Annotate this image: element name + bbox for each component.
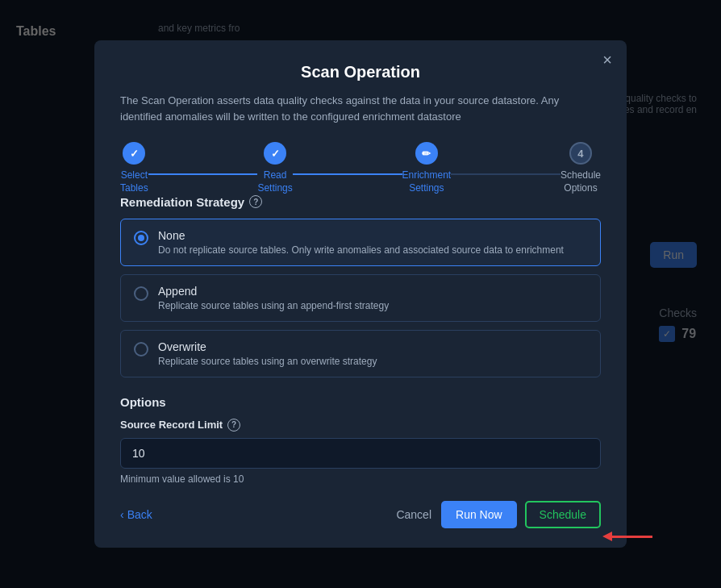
step-circle-2: ✓	[264, 142, 286, 165]
step-schedule-options: 4 ScheduleOptions	[561, 142, 601, 194]
step-circle-4: 4	[569, 142, 592, 165]
connector-1-2	[148, 173, 258, 175]
step-label-4: ScheduleOptions	[561, 169, 601, 194]
radio-content-append: Append Replicate source tables using an …	[158, 285, 389, 311]
connector-2-3	[293, 173, 402, 175]
connector-3-4	[451, 173, 561, 175]
modal-description: The Scan Operation asserts data quality …	[120, 93, 601, 124]
schedule-button[interactable]: Schedule	[525, 501, 601, 528]
source-record-limit-label-text: Source Record Limit	[120, 419, 223, 431]
arrow-head	[602, 532, 612, 541]
radio-content-none: None Do not replicate source tables. Onl…	[158, 229, 564, 256]
remediation-heading: Remediation Strategy ?	[120, 195, 601, 209]
radio-option-append[interactable]: Append Replicate source tables using an …	[120, 274, 601, 322]
options-heading-text: Options	[120, 395, 166, 409]
radio-circle-none	[134, 231, 148, 245]
radio-circle-overwrite	[134, 342, 148, 357]
remediation-heading-text: Remediation Strategy	[120, 195, 244, 209]
step-checkmark-3: ✏	[422, 148, 431, 160]
step-checkmark-1: ✓	[130, 148, 139, 160]
source-record-limit-input[interactable]	[120, 438, 601, 469]
radio-content-overwrite: Overwrite Replicate source tables using …	[158, 340, 377, 367]
run-now-button[interactable]: Run Now	[441, 501, 517, 528]
modal-backdrop: × Scan Operation The Scan Operation asse…	[0, 0, 721, 588]
modal-container: × Scan Operation The Scan Operation asse…	[94, 40, 627, 547]
step-circle-3: ✏	[415, 142, 438, 165]
modal-close-button[interactable]: ×	[602, 52, 612, 68]
modal-title: Scan Operation	[120, 63, 601, 81]
footer-right-buttons: Cancel Run Now Schedule	[396, 501, 601, 528]
remediation-help-icon[interactable]: ?	[249, 195, 262, 208]
radio-desc-none: Do not replicate source tables. Only wri…	[158, 244, 564, 256]
step-number-4: 4	[577, 148, 583, 160]
radio-title-none: None	[158, 229, 564, 242]
radio-option-overwrite[interactable]: Overwrite Replicate source tables using …	[120, 330, 601, 377]
step-enrichment-settings: ✏ EnrichmentSettings	[402, 142, 452, 194]
radio-title-append: Append	[158, 285, 389, 298]
step-select-tables: ✓ SelectTables	[120, 142, 148, 194]
back-label: Back	[127, 508, 152, 521]
back-button[interactable]: ‹ Back	[120, 508, 152, 521]
step-label-2: ReadSettings	[257, 169, 292, 194]
radio-desc-append: Replicate source tables using an append-…	[158, 300, 389, 311]
arrow-line	[612, 536, 652, 538]
radio-title-overwrite: Overwrite	[158, 340, 377, 353]
source-record-limit-help-icon[interactable]: ?	[227, 419, 240, 432]
remediation-radio-group: None Do not replicate source tables. Onl…	[120, 219, 601, 377]
source-record-limit-label: Source Record Limit ?	[120, 419, 601, 432]
back-chevron-icon: ‹	[120, 508, 124, 521]
step-label-3: EnrichmentSettings	[402, 169, 452, 194]
options-heading: Options	[120, 395, 601, 409]
step-checkmark-2: ✓	[271, 148, 280, 160]
step-circle-1: ✓	[123, 142, 145, 165]
stepper: ✓ SelectTables ✓ ReadSettings ✏ Enrichme…	[120, 142, 601, 194]
step-label-1: SelectTables	[120, 169, 148, 194]
cancel-button[interactable]: Cancel	[396, 508, 431, 521]
step-read-settings: ✓ ReadSettings	[257, 142, 292, 194]
source-record-limit-hint: Minimum value allowed is 10	[120, 473, 601, 485]
radio-circle-append	[134, 286, 148, 301]
radio-option-none[interactable]: None Do not replicate source tables. Onl…	[120, 219, 601, 266]
radio-desc-overwrite: Replicate source tables using an overwri…	[158, 356, 377, 367]
modal-footer: ‹ Back Cancel Run Now Schedule	[120, 501, 601, 528]
